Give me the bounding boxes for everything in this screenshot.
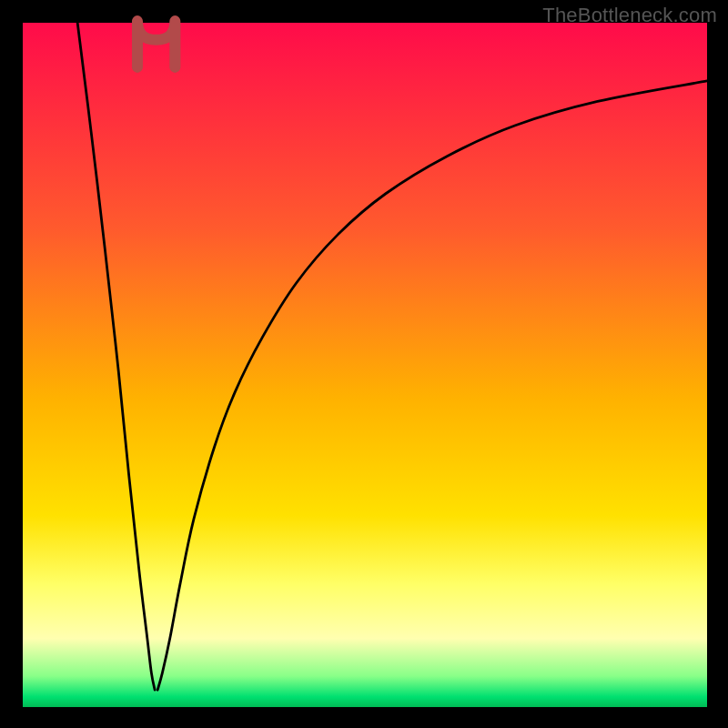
bottleneck-chart [0,0,728,728]
gradient-panel [23,23,707,707]
watermark-text: TheBottleneck.com [542,4,717,27]
